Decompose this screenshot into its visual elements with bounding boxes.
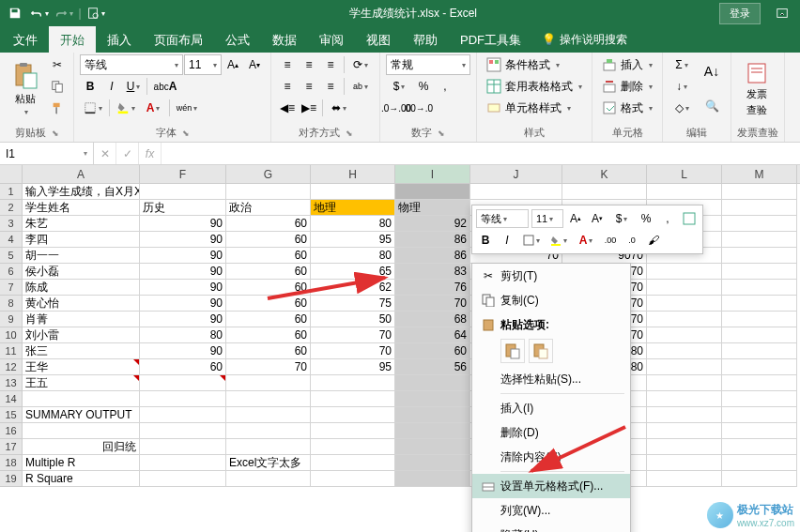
ctx-col-width[interactable]: 列宽(W)... — [472, 498, 630, 523]
alignment-launcher-icon[interactable]: ⬊ — [346, 129, 353, 138]
cell[interactable]: SUMMARY OUTPUT — [23, 407, 140, 423]
align-bottom-icon[interactable]: ≡ — [320, 54, 341, 75]
cell[interactable]: 90 — [140, 248, 226, 264]
cell[interactable] — [647, 455, 722, 471]
cell[interactable] — [226, 407, 311, 423]
ctx-clear[interactable]: 清除内容(N) — [472, 445, 630, 469]
cell[interactable]: 90 — [140, 296, 226, 312]
cell[interactable]: 物理 — [395, 200, 470, 216]
decrease-decimal-icon[interactable]: .00→.0 — [408, 98, 428, 118]
cell[interactable]: 92 — [395, 216, 470, 232]
cell[interactable] — [23, 423, 140, 439]
cell[interactable] — [395, 455, 470, 471]
tab-home[interactable]: 开始 — [49, 26, 96, 53]
cell[interactable]: 90 — [140, 343, 226, 359]
cell[interactable]: 56 — [395, 359, 470, 375]
cell[interactable]: 60 — [226, 343, 311, 359]
cell[interactable] — [647, 359, 722, 375]
cell[interactable] — [395, 471, 470, 487]
cell[interactable] — [722, 280, 797, 296]
cell[interactable] — [311, 455, 395, 471]
col-header-K[interactable]: K — [562, 165, 647, 183]
cell[interactable] — [647, 264, 722, 280]
cell[interactable] — [647, 296, 722, 312]
tab-file[interactable]: 文件 — [2, 26, 49, 53]
ctx-copy[interactable]: 复制(C) — [472, 288, 630, 312]
cell[interactable]: 80 — [140, 327, 226, 343]
cell-styles-button[interactable]: 单元格样式▾ — [483, 98, 586, 118]
save-icon[interactable] — [4, 3, 26, 23]
find-icon[interactable]: 🔍 — [699, 89, 725, 123]
cell[interactable] — [395, 184, 470, 200]
row-header[interactable]: 1 — [0, 184, 23, 200]
cell[interactable] — [722, 343, 797, 359]
cell[interactable]: 肖菁 — [23, 312, 140, 327]
cell[interactable] — [470, 184, 562, 200]
currency-icon[interactable]: $▾ — [386, 76, 412, 97]
redo-icon[interactable]: ▾ — [53, 3, 75, 23]
mini-percent-icon[interactable]: % — [637, 209, 655, 228]
cell[interactable]: 60 — [395, 343, 470, 359]
underline-icon[interactable]: U▾ — [123, 76, 144, 97]
cell[interactable]: 60 — [226, 312, 311, 327]
cell[interactable]: R Square — [23, 471, 140, 487]
cell[interactable]: 60 — [226, 296, 311, 312]
font-name-combo[interactable]: 等线▾ — [80, 54, 183, 75]
cell[interactable] — [722, 407, 797, 423]
cell[interactable] — [311, 471, 395, 487]
undo-icon[interactable]: ▾ — [28, 3, 51, 23]
cell[interactable]: 60 — [226, 232, 311, 248]
cell[interactable]: 70 — [226, 359, 311, 375]
number-format-combo[interactable]: 常规▾ — [386, 54, 470, 75]
cell[interactable] — [647, 471, 722, 487]
cell[interactable]: 75 — [311, 296, 395, 312]
align-center-icon[interactable]: ≡ — [299, 76, 319, 97]
cell[interactable] — [140, 455, 226, 471]
autosum-icon[interactable]: Σ▾ — [669, 54, 695, 75]
col-header-F[interactable]: F — [140, 165, 226, 183]
cell[interactable]: 50 — [311, 312, 395, 327]
paste-option-1[interactable] — [500, 339, 525, 363]
cell[interactable] — [722, 232, 797, 248]
row-header[interactable]: 15 — [0, 407, 23, 423]
col-header-M[interactable]: M — [722, 165, 797, 183]
cell[interactable] — [647, 407, 722, 423]
cell[interactable] — [722, 471, 797, 487]
row-header[interactable]: 2 — [0, 200, 23, 216]
mini-table-icon[interactable] — [680, 209, 699, 228]
cell[interactable]: 王五 — [23, 375, 140, 391]
cell[interactable] — [140, 471, 226, 487]
paste-option-2[interactable] — [529, 339, 553, 363]
align-right-icon[interactable]: ≡ — [320, 76, 341, 97]
cell[interactable] — [311, 407, 395, 423]
increase-indent-icon[interactable]: ▶≡ — [299, 98, 319, 118]
cell[interactable] — [647, 312, 722, 327]
mini-font-color-icon[interactable]: A▾ — [574, 231, 598, 250]
cell[interactable] — [722, 455, 797, 471]
mini-comma-icon[interactable]: , — [658, 209, 677, 228]
clipboard-launcher-icon[interactable]: ⬊ — [52, 129, 59, 138]
format-painter-icon[interactable] — [47, 98, 68, 118]
cell[interactable] — [722, 391, 797, 407]
align-top-icon[interactable]: ≡ — [277, 54, 298, 75]
cell[interactable] — [647, 375, 722, 391]
cell[interactable]: 86 — [395, 232, 470, 248]
cell[interactable] — [140, 391, 226, 407]
merge-icon[interactable]: ⬌▾ — [326, 98, 352, 118]
cell[interactable] — [395, 423, 470, 439]
cell[interactable]: 68 — [395, 312, 470, 327]
cell[interactable] — [140, 184, 226, 200]
cell[interactable] — [311, 439, 395, 455]
cell[interactable] — [140, 375, 226, 391]
cell[interactable]: 侯小磊 — [23, 264, 140, 280]
cell[interactable] — [722, 439, 797, 455]
col-header-J[interactable]: J — [470, 165, 562, 183]
tab-formula[interactable]: 公式 — [214, 26, 261, 53]
cell[interactable]: 60 — [226, 264, 311, 280]
cell[interactable]: 62 — [311, 280, 395, 296]
cell[interactable] — [647, 423, 722, 439]
cell[interactable]: 60 — [226, 327, 311, 343]
mini-format-painter-icon[interactable]: 🖌 — [644, 231, 663, 250]
cell[interactable] — [647, 280, 722, 296]
row-header[interactable]: 14 — [0, 391, 23, 407]
